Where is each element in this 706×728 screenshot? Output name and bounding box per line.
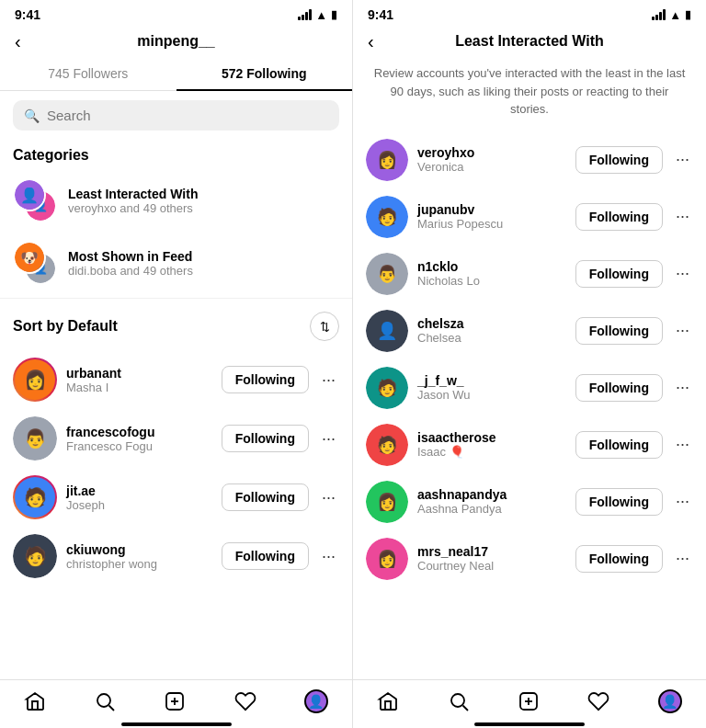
following-button-veroyhxo[interactable]: Following	[575, 146, 663, 174]
avatar-inner: 👩	[366, 481, 408, 523]
username-francescofogu: francescofogu	[66, 425, 212, 439]
more-button-francescofogu[interactable]: ···	[318, 429, 339, 449]
user-item-urbanant: 👩 urbanant Masha I Following ···	[0, 350, 352, 409]
nav-home-right[interactable]	[377, 690, 399, 712]
user-info-aashnapandya: aashnapandya Aashna Pandya	[417, 487, 566, 516]
more-button-aashnapandya[interactable]: ···	[672, 492, 693, 511]
more-button-ckiuwong[interactable]: ···	[318, 547, 339, 566]
username-ckiuwong: ckiuwong	[66, 542, 212, 557]
search-input[interactable]	[47, 108, 328, 123]
home-indicator-right	[474, 722, 585, 726]
avatar-inner: 👨	[13, 416, 57, 461]
following-button-jupanubv[interactable]: Following	[575, 203, 663, 231]
header-right: ‹ Least Interacted With	[353, 26, 706, 57]
divider-1	[0, 298, 352, 299]
bottom-nav-right: 👤	[353, 679, 706, 717]
category-sub-1: veroyhxo and 49 others	[68, 201, 198, 215]
wifi-icon: ▲	[315, 8, 327, 22]
following-button-aashnapandya[interactable]: Following	[575, 488, 663, 516]
user-info-veroyhxo: veroyhxo Veronica	[417, 145, 566, 174]
user-avatar-jupanubv: 🧑	[366, 196, 408, 238]
avatar-inner: 👩	[15, 359, 55, 400]
user-info-urbanant: urbanant Masha I	[66, 366, 212, 394]
user-info-jfw: _j_f_w_ Jason Wu	[417, 373, 566, 402]
user-item-mrsneal17: 👩 mrs_neal17 Courtney Neal Following ···	[353, 530, 706, 587]
status-icons-left: ▲ ▮	[298, 8, 337, 22]
wifi-icon-right: ▲	[669, 8, 681, 22]
cat-avatar-main-2: 🐶	[13, 241, 46, 274]
category-name-2: Most Shown in Feed	[68, 249, 193, 264]
fullname-aashnapandya: Aashna Pandya	[417, 502, 566, 516]
user-avatar-veroyhxo: 👩	[366, 139, 408, 181]
category-least-interacted[interactable]: 👤 👤 Least Interacted With veroyhxo and 4…	[0, 169, 352, 232]
username-chelsza: chelsza	[417, 316, 566, 331]
nav-search-left[interactable]	[94, 690, 116, 712]
more-button-jupanubv[interactable]: ···	[672, 207, 693, 226]
more-button-n1cklo[interactable]: ···	[672, 264, 693, 283]
following-button-mrsneal17[interactable]: Following	[575, 545, 663, 573]
search-bar[interactable]: 🔍	[13, 100, 339, 131]
status-icons-right: ▲ ▮	[652, 8, 691, 22]
category-sub-2: didi.boba and 49 others	[68, 264, 193, 278]
nav-search-right[interactable]	[448, 690, 470, 712]
nav-profile-left[interactable]: 👤	[304, 689, 328, 713]
fullname-jupanubv: Marius Popescu	[417, 217, 566, 231]
profile-avatar-right: 👤	[658, 689, 682, 713]
tab-followers[interactable]: 745 Followers	[0, 57, 176, 90]
sort-icon: ⇅	[320, 320, 330, 334]
nav-add-left[interactable]	[164, 690, 186, 712]
user-info-jupanubv: jupanubv Marius Popescu	[417, 202, 566, 231]
right-description: Review accounts you've interacted with t…	[353, 57, 706, 131]
following-button-jfw[interactable]: Following	[575, 374, 663, 402]
user-info-ckiuwong: ckiuwong christopher wong	[66, 542, 212, 571]
user-info-francescofogu: francescofogu Francesco Fogu	[66, 425, 212, 453]
user-avatar-aashnapandya: 👩	[366, 481, 408, 523]
sort-icon-button[interactable]: ⇅	[310, 312, 339, 341]
following-button-urbanant[interactable]: Following	[222, 366, 309, 393]
svg-line-6	[462, 706, 468, 711]
nav-heart-left[interactable]	[234, 690, 256, 712]
more-button-jitae[interactable]: ···	[318, 488, 339, 507]
nav-home-left[interactable]	[24, 690, 46, 712]
category-text-1: Least Interacted With veroyhxo and 49 ot…	[68, 187, 198, 215]
following-button-ckiuwong[interactable]: Following	[222, 542, 309, 570]
user-item-jitae: 🧑 jit.ae Joseph Following ···	[0, 468, 352, 527]
following-button-isaactherose[interactable]: Following	[575, 431, 663, 459]
battery-icon: ▮	[331, 8, 337, 21]
username-jitae: jit.ae	[66, 483, 212, 498]
more-button-jfw[interactable]: ···	[672, 378, 693, 397]
tab-following[interactable]: 572 Following	[176, 57, 353, 90]
nav-add-right[interactable]	[518, 690, 540, 712]
following-button-chelsza[interactable]: Following	[575, 317, 663, 345]
avatar-inner: 🧑	[366, 424, 408, 466]
back-button-right[interactable]: ‹	[368, 31, 374, 52]
more-button-veroyhxo[interactable]: ···	[672, 150, 693, 169]
cat-avatar-main-1: 👤	[13, 178, 46, 211]
user-avatar-mrsneal17: 👩	[366, 538, 408, 580]
time-right: 9:41	[368, 7, 393, 22]
home-icon	[24, 690, 46, 712]
search-icon: 🔍	[24, 108, 40, 123]
heart-icon-right	[587, 690, 609, 712]
back-button-left[interactable]: ‹	[15, 31, 21, 52]
more-button-chelsza[interactable]: ···	[672, 321, 693, 340]
category-name-1: Least Interacted With	[68, 187, 198, 201]
user-avatar-urbanant: 👩	[13, 358, 57, 402]
status-bar-left: 9:41 ▲ ▮	[0, 0, 352, 26]
more-button-urbanant[interactable]: ···	[318, 370, 339, 390]
bottom-nav-left: 👤	[0, 679, 352, 717]
following-button-francescofogu[interactable]: Following	[222, 425, 309, 452]
avatar-inner: 👤	[366, 310, 408, 352]
nav-profile-right[interactable]: 👤	[658, 689, 682, 713]
following-button-jitae[interactable]: Following	[222, 483, 309, 511]
add-icon-right	[518, 690, 540, 712]
more-button-mrsneal17[interactable]: ···	[672, 549, 693, 568]
user-item-chelsza: 👤 chelsza Chelsea Following ···	[353, 302, 706, 359]
category-most-shown[interactable]: 🐶 👤 Most Shown in Feed didi.boba and 49 …	[0, 232, 352, 294]
fullname-francescofogu: Francesco Fogu	[66, 439, 212, 453]
more-button-isaactherose[interactable]: ···	[672, 435, 693, 454]
nav-heart-right[interactable]	[587, 690, 609, 712]
user-avatar-jfw: 🧑	[366, 367, 408, 409]
following-button-n1cklo[interactable]: Following	[575, 260, 663, 288]
user-item-aashnapandya: 👩 aashnapandya Aashna Pandya Following ·…	[353, 473, 706, 530]
